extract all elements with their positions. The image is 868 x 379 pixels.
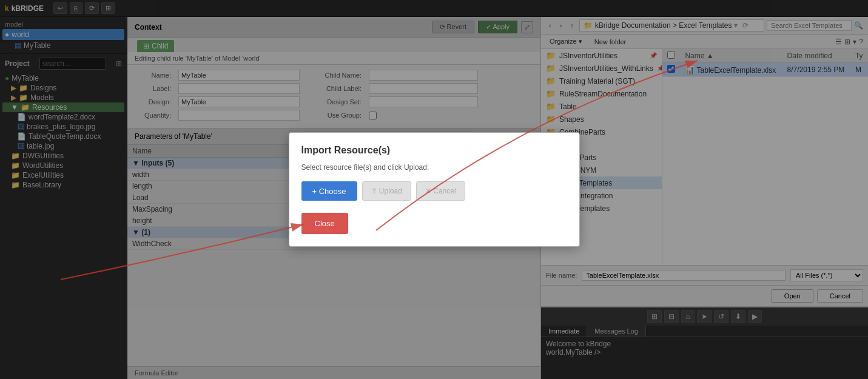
modal-title: Import Resource(s)	[301, 145, 567, 156]
choose-button[interactable]: + Choose	[301, 181, 357, 201]
close-modal-button[interactable]: Close	[301, 213, 348, 234]
upload-button[interactable]: ⇧ Upload	[362, 181, 411, 201]
modal-cancel-button[interactable]: ✕ Cancel	[416, 181, 465, 201]
modal-subtitle: Select resource file(s) and click Upload…	[301, 163, 567, 172]
modal-overlay: Import Resource(s) Select resource file(…	[0, 0, 868, 379]
modal-buttons: + Choose ⇧ Upload ✕ Cancel	[301, 181, 567, 201]
modal-dialog: Import Resource(s) Select resource file(…	[289, 132, 580, 247]
